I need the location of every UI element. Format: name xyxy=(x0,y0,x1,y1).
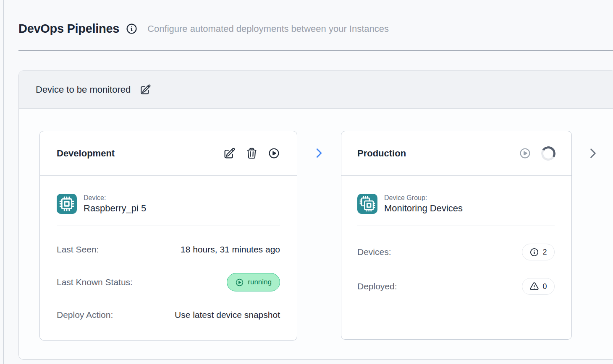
production-card-title: Production xyxy=(357,148,519,159)
panel-body: Development Device: Raspberry_pi 5 xyxy=(19,109,613,341)
warning-triangle-icon xyxy=(529,282,539,291)
loading-spinner-icon xyxy=(540,145,557,161)
device-group-label: Device Group: xyxy=(384,194,463,202)
header-divider xyxy=(18,50,613,51)
device-name: Raspberry_pi 5 xyxy=(84,203,146,214)
pipeline-flow xyxy=(297,131,341,175)
card-divider xyxy=(357,226,555,226)
device-label: Device: xyxy=(84,194,146,202)
run-play-icon-disabled[interactable] xyxy=(519,147,531,159)
deployed-label: Deployed: xyxy=(357,281,397,291)
production-card-header: Production xyxy=(341,131,571,176)
production-card: Production Device Group: Monitoring Devi… xyxy=(341,131,572,340)
info-icon xyxy=(529,247,539,257)
card-divider xyxy=(57,226,280,226)
status-badge: running xyxy=(227,273,280,291)
deploy-action-label: Deploy Action: xyxy=(57,310,113,320)
devices-row: Devices: 2 xyxy=(357,244,555,260)
status-badge-label: running xyxy=(248,278,272,286)
scroll-next xyxy=(572,131,613,175)
deployed-count-badge[interactable]: 0 xyxy=(522,278,555,295)
deployed-count: 0 xyxy=(542,282,547,291)
production-card-body: Device Group: Monitoring Devices Devices… xyxy=(341,176,571,295)
cpu-chip-icon xyxy=(57,194,77,214)
deployed-row: Deployed: 0 xyxy=(357,278,555,295)
devices-label: Devices: xyxy=(357,247,391,257)
deploy-action-value: Use latest device snapshot xyxy=(175,310,280,320)
status-row: Last Known Status: running xyxy=(57,273,280,291)
page-header: DevOps Pipelines Configure automated dep… xyxy=(18,22,389,36)
info-icon[interactable] xyxy=(126,23,138,35)
play-circle-icon xyxy=(235,278,244,287)
last-seen-row: Last Seen: 18 hours, 31 minutes ago xyxy=(57,244,280,255)
devices-count: 2 xyxy=(542,248,547,257)
development-card-body: Device: Raspberry_pi 5 Last Seen: 18 hou… xyxy=(40,176,297,320)
development-card-actions xyxy=(223,147,280,159)
left-border-rule xyxy=(3,0,4,364)
device-row: Device: Raspberry_pi 5 xyxy=(57,194,280,214)
production-card-actions xyxy=(519,146,555,161)
monitored-device-panel: Device to be monitored Development xyxy=(18,70,613,360)
cpu-chip-stack-icon xyxy=(357,194,377,214)
edit-icon[interactable] xyxy=(223,147,236,159)
device-group-name: Monitoring Devices xyxy=(384,203,463,214)
chevron-right-icon[interactable] xyxy=(587,147,600,160)
device-group-text: Device Group: Monitoring Devices xyxy=(384,194,463,214)
page-title: DevOps Pipelines xyxy=(18,22,119,36)
run-play-icon[interactable] xyxy=(268,147,280,159)
trash-icon[interactable] xyxy=(246,147,258,159)
deploy-action-row: Deploy Action: Use latest device snapsho… xyxy=(57,310,280,320)
development-card-title: Development xyxy=(57,148,223,159)
page-subtitle: Configure automated deployments between … xyxy=(147,23,389,34)
device-text: Device: Raspberry_pi 5 xyxy=(84,194,146,214)
device-group-row: Device Group: Monitoring Devices xyxy=(357,194,555,214)
status-label: Last Known Status: xyxy=(57,277,133,287)
development-card: Development Device: Raspberry_pi 5 xyxy=(39,131,297,341)
chevron-right-icon xyxy=(313,147,325,159)
panel-title: Device to be monitored xyxy=(36,84,131,95)
panel-header: Device to be monitored xyxy=(19,71,613,109)
devices-count-badge[interactable]: 2 xyxy=(522,244,555,260)
development-card-header: Development xyxy=(40,131,297,176)
last-seen-value: 18 hours, 31 minutes ago xyxy=(181,244,280,255)
edit-icon[interactable] xyxy=(140,84,151,95)
last-seen-label: Last Seen: xyxy=(57,244,99,255)
